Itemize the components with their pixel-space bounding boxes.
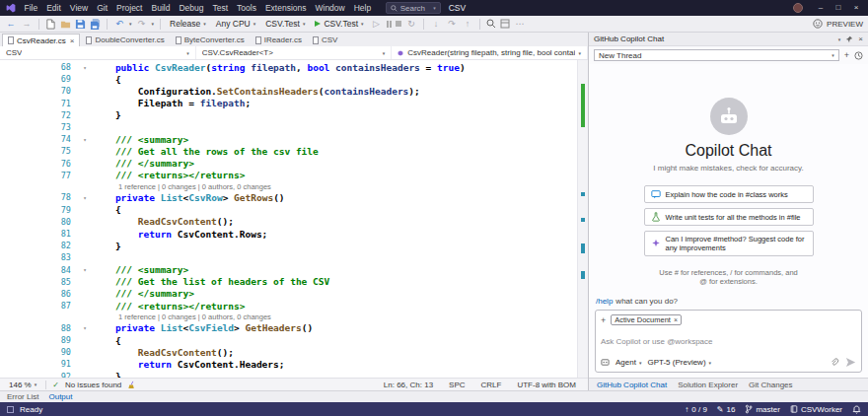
repository[interactable]: CSVWorker — [790, 405, 842, 414]
tab-output[interactable]: Output — [48, 392, 72, 401]
stop-debugging-icon[interactable] — [396, 21, 401, 27]
new-thread-icon[interactable]: + — [844, 50, 849, 60]
commits-status[interactable]: ↑ 0 / 9 — [685, 405, 707, 414]
project-dropdown[interactable]: CSV ▾ — [0, 46, 196, 59]
pending-edits[interactable]: ✎ 16 — [717, 405, 736, 414]
close-panel-icon[interactable]: × — [858, 35, 863, 43]
find-in-files-icon[interactable] — [486, 19, 496, 29]
menu-debug[interactable]: Debug — [175, 0, 208, 16]
chevron-down-icon: ▾ — [832, 52, 834, 58]
send-icon[interactable] — [845, 357, 856, 368]
start-without-debugging-icon[interactable]: ▷ — [371, 18, 383, 30]
save-icon[interactable] — [75, 19, 86, 30]
notifications-bell-icon[interactable] — [852, 405, 861, 414]
fold-marker-icon[interactable]: ▾ — [77, 324, 93, 331]
save-all-icon[interactable] — [90, 19, 101, 30]
menu-tools[interactable]: Tools — [233, 0, 261, 16]
context-chip[interactable]: Active Document × — [611, 314, 682, 325]
suggestion-explain-class[interactable]: Explain how the code in #class works — [644, 185, 814, 203]
indentation-mode[interactable]: SPC — [449, 381, 465, 389]
menu-test[interactable]: Test — [208, 0, 233, 16]
platform-dropdown[interactable]: Any CPU ▾ — [213, 19, 258, 29]
menu-help[interactable]: Help — [349, 0, 375, 16]
tab-git-changes[interactable]: Git Changes — [749, 381, 792, 389]
chat-input[interactable]: Ask Copilot or use @workspace — [601, 337, 856, 346]
editor-scrollbar[interactable] — [577, 60, 588, 378]
menu-file[interactable]: File — [20, 0, 42, 16]
open-file-icon[interactable] — [60, 19, 71, 30]
doc-tab-ireader-cs[interactable]: IReader.cs — [251, 34, 307, 46]
start-debugging-button[interactable]: CSV.Test ▾ — [312, 19, 366, 29]
doc-tab-byteconverter-cs[interactable]: ByteConverter.cs — [171, 34, 250, 46]
tab-solution-explorer[interactable]: Solution Explorer — [678, 381, 738, 389]
fold-marker-icon[interactable]: ▾ — [77, 64, 93, 71]
close-tab-icon[interactable]: × — [70, 36, 75, 45]
doc-tab-csvreader-cs[interactable]: CsvReader.cs× — [2, 34, 80, 46]
code-editor[interactable]: 68▾ public CsvReader(string filepath, bo… — [0, 60, 588, 378]
background-tasks-icon[interactable] — [7, 406, 14, 413]
help-prompt[interactable]: /helpwhat can you do? — [589, 297, 685, 306]
user-avatar[interactable] — [793, 3, 803, 13]
menu-build[interactable]: Build — [147, 0, 175, 16]
code-line: 77 /// <returns></returns> — [0, 170, 577, 181]
toolbar-separator — [38, 19, 39, 30]
tab-github-copilot-chat[interactable]: GitHub Copilot Chat — [597, 381, 667, 389]
new-file-icon[interactable] — [45, 19, 56, 30]
step-over-icon[interactable]: ↷ — [446, 18, 458, 30]
startup-project-dropdown[interactable]: CSV.Test ▾ — [262, 19, 308, 29]
break-all-icon[interactable] — [387, 21, 393, 28]
navigate-back-icon[interactable]: ← — [5, 18, 17, 30]
fold-marker-icon[interactable]: ▾ — [77, 194, 93, 201]
step-out-icon[interactable]: ↑ — [462, 18, 473, 30]
menu-project[interactable]: Project — [112, 0, 147, 16]
line-number: 89 — [0, 335, 77, 345]
add-context-icon[interactable]: + — [601, 315, 606, 325]
minimize-button[interactable]: – — [813, 0, 829, 16]
pin-icon[interactable] — [845, 35, 853, 43]
model-dropdown[interactable]: GPT-5 (Preview) ▾ — [647, 358, 711, 367]
codelens-text[interactable]: 1 reference | 0 changes | 0 authors, 0 c… — [118, 312, 271, 321]
type-dropdown[interactable]: CSV.CsvReader<T> ▾ — [196, 46, 393, 59]
feedback-smiley-icon[interactable] — [813, 19, 823, 29]
mode-dropdown[interactable]: Agent ▾ — [615, 358, 641, 367]
search-box[interactable]: Search ▾ — [386, 2, 441, 14]
undo-icon[interactable]: ↶ — [113, 18, 125, 30]
solution-explorer-icon[interactable] — [500, 19, 510, 29]
navigate-forward-icon[interactable]: → — [21, 18, 33, 30]
thread-history-icon[interactable] — [854, 51, 863, 60]
menu-view[interactable]: View — [65, 0, 92, 16]
close-window-button[interactable]: × — [848, 0, 864, 16]
maximize-button[interactable]: □ — [831, 0, 846, 16]
step-into-icon[interactable]: ↓ — [430, 18, 442, 30]
fold-marker-icon[interactable]: ▾ — [77, 136, 93, 143]
menu-git[interactable]: Git — [93, 0, 112, 16]
restart-icon[interactable]: ↻ — [405, 18, 417, 30]
menu-edit[interactable]: Edit — [42, 0, 66, 16]
doc-tab-doubleconverter-cs[interactable]: DoubleConverter.cs — [81, 34, 169, 46]
current-branch[interactable]: master — [745, 404, 779, 414]
remove-context-icon[interactable]: × — [674, 316, 678, 323]
window-position-icon[interactable]: ▾ — [838, 36, 841, 42]
codelens-text[interactable]: 1 reference | 0 changes | 0 authors, 0 c… — [118, 182, 271, 191]
redo-icon[interactable]: ↷ — [136, 18, 148, 30]
redo-dropdown-icon[interactable]: ▾ — [152, 21, 155, 27]
issues-indicator[interactable]: No issues found — [65, 381, 121, 389]
tab-error-list[interactable]: Error List — [7, 392, 38, 401]
undo-dropdown-icon[interactable]: ▾ — [129, 21, 132, 27]
line-ending-mode[interactable]: CRLF — [481, 381, 502, 389]
member-dropdown[interactable]: CsvReader(string filepath, string file, … — [392, 46, 588, 59]
doc-tab-csv[interactable]: CSV — [308, 34, 342, 46]
suggestion-unit-tests[interactable]: Write unit tests for all the methods in … — [644, 208, 814, 226]
attach-icon[interactable] — [830, 358, 839, 368]
file-encoding[interactable]: UTF-8 with BOM — [517, 381, 576, 389]
menu-extensions[interactable]: Extensions — [260, 0, 311, 16]
fold-marker-icon[interactable]: ▾ — [77, 266, 93, 273]
suggestion-improve-method[interactable]: Can I improve #method? Suggest code for … — [644, 231, 814, 256]
configuration-dropdown[interactable]: Release ▾ — [167, 19, 209, 29]
zoom-control[interactable]: 146 % ▾ — [6, 381, 39, 389]
code-cleanup-broom-icon[interactable] — [127, 381, 136, 389]
thread-dropdown[interactable]: New Thread ▾ — [594, 49, 839, 61]
caret-position[interactable]: Ln: 66, Ch: 13 — [384, 381, 433, 389]
menu-window[interactable]: Window — [311, 0, 349, 16]
toolbar-overflow-icon[interactable]: ⋯ — [514, 18, 526, 30]
